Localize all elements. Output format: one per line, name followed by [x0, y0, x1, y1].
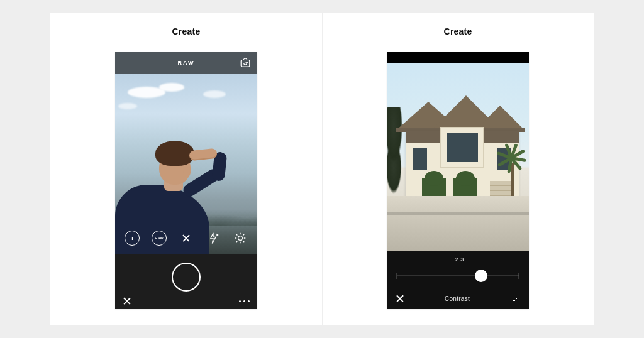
white-balance-icon[interactable] [232, 230, 248, 246]
camera-top-bar: RAW [115, 52, 257, 74]
confirm-icon[interactable] [510, 295, 520, 302]
left-column: Create RAW [50, 13, 322, 325]
palm-leaves [497, 147, 525, 166]
camera-mode-label: RAW [178, 60, 195, 66]
camera-bottom-panel [115, 254, 257, 309]
camera-tool-row: T RAW [115, 227, 257, 249]
sky-cloud [203, 90, 226, 98]
column-divider [322, 13, 323, 325]
slider-knob[interactable] [475, 270, 487, 282]
right-column: Create [322, 13, 594, 325]
adjust-param-label: Contrast [445, 295, 470, 302]
street [387, 196, 529, 251]
raw-toggle-icon[interactable]: RAW [151, 230, 167, 246]
slider-track [397, 276, 519, 276]
editor-top-strip [387, 52, 529, 63]
close-icon[interactable] [123, 297, 131, 305]
svg-rect-0 [241, 60, 250, 67]
svg-point-1 [238, 236, 242, 241]
editor-phone: +2.3 Contrast [387, 52, 529, 309]
cancel-icon[interactable] [396, 294, 404, 303]
showcase-stage: Create RAW [50, 13, 594, 325]
curb [387, 212, 529, 215]
shutter-button[interactable] [172, 263, 201, 292]
editor-adjust-panel: +2.3 Contrast [387, 251, 529, 309]
slider-tick-max [519, 273, 519, 279]
camera-bottom-bar [115, 293, 257, 309]
more-icon[interactable] [239, 300, 250, 302]
contrast-slider[interactable] [397, 268, 519, 284]
sky-cloud [118, 103, 137, 109]
flash-off-icon[interactable] [205, 230, 221, 246]
house-roof [396, 93, 525, 131]
adjust-value-label: +2.3 [387, 256, 529, 263]
slider-tick-min [397, 273, 397, 279]
switch-camera-icon[interactable] [240, 57, 251, 68]
sky-cloud [159, 83, 184, 92]
editor-bottom-bar: Contrast [387, 288, 529, 309]
grid-cancel-icon[interactable] [178, 230, 194, 246]
timer-icon[interactable]: T [124, 230, 140, 246]
camera-viewfinder[interactable]: T RAW [115, 74, 257, 254]
camera-phone: RAW [115, 52, 257, 309]
left-title: Create [172, 26, 201, 36]
right-title: Create [444, 26, 472, 36]
editor-image-preview[interactable] [387, 63, 529, 251]
